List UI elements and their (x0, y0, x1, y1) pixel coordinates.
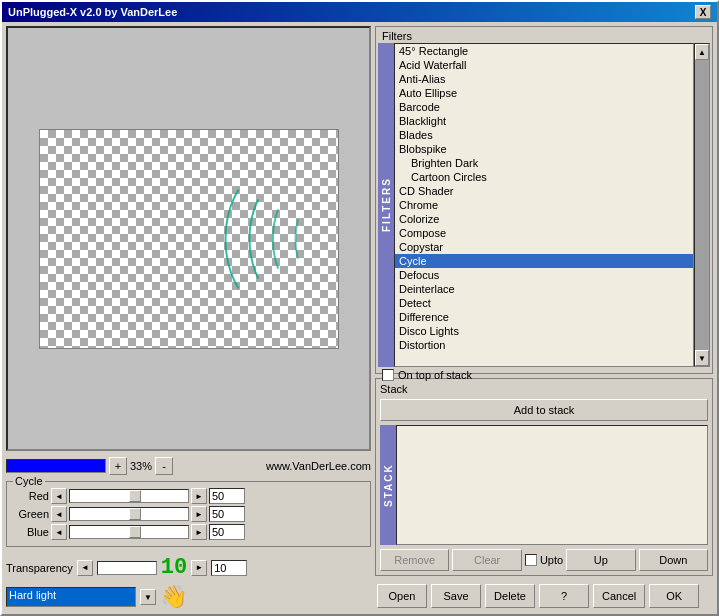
blend-row: Hard light ▼ 👋 (6, 584, 371, 610)
filter-item[interactable]: Brighten Dark (395, 156, 693, 170)
green-arrow-left[interactable]: ◄ (51, 506, 67, 522)
red-slider-row: Red ◄ ► 50 (11, 488, 366, 504)
filter-item[interactable]: Anti-Alias (395, 72, 693, 86)
zoom-minus-button[interactable]: - (155, 457, 173, 475)
cancel-button[interactable]: Cancel (593, 584, 645, 608)
blue-value[interactable]: 50 (209, 524, 245, 540)
blue-slider-track[interactable] (69, 525, 189, 539)
filter-item[interactable]: Blades (395, 128, 693, 142)
transparency-arrow-left[interactable]: ◄ (77, 560, 93, 576)
filter-item[interactable]: Barcode (395, 100, 693, 114)
hand-icon: 👋 (160, 584, 187, 610)
open-button[interactable]: Open (377, 584, 427, 608)
filters-section: Filters FILTERS 45° RectangleAcid Waterf… (375, 26, 713, 374)
filter-item[interactable]: Deinterlace (395, 282, 693, 296)
blue-label: Blue (11, 526, 49, 538)
left-panel: + 33% - www.VanDerLee.com Cycle Red ◄ ► … (6, 26, 371, 610)
red-value[interactable]: 50 (209, 488, 245, 504)
filter-item[interactable]: 45° Rectangle (395, 44, 693, 58)
transparency-big-value: 10 (161, 555, 187, 580)
transparency-arrow-right[interactable]: ► (191, 560, 207, 576)
green-value[interactable]: 50 (209, 506, 245, 522)
filter-item[interactable]: Defocus (395, 268, 693, 282)
stack-sidebar: STACK (380, 425, 396, 545)
blue-arrow-right[interactable]: ► (191, 524, 207, 540)
main-window: UnPlugged-X v2.0 by VanDerLee X (0, 0, 719, 616)
cycle-group: Cycle Red ◄ ► 50 Green ◄ (6, 481, 371, 547)
scroll-down-btn[interactable]: ▼ (695, 350, 709, 366)
close-button[interactable]: X (695, 5, 711, 19)
zoom-slider[interactable] (6, 459, 106, 473)
blue-slider-row: Blue ◄ ► 50 (11, 524, 366, 540)
filter-item[interactable]: Cycle (395, 254, 693, 268)
bottom-buttons: Open Save Delete ? Cancel OK (375, 580, 713, 610)
filter-item[interactable]: Compose (395, 226, 693, 240)
on-top-row: On top of stack (378, 367, 710, 383)
upto-checkbox[interactable] (525, 554, 537, 566)
filter-item[interactable]: Blacklight (395, 114, 693, 128)
filter-item[interactable]: Blobspike (395, 142, 693, 156)
green-slider-row: Green ◄ ► 50 (11, 506, 366, 522)
transparency-label: Transparency (6, 562, 73, 574)
title-bar: UnPlugged-X v2.0 by VanDerLee X (2, 2, 717, 22)
filter-item[interactable]: CD Shader (395, 184, 693, 198)
filter-item[interactable]: Disco Lights (395, 324, 693, 338)
filter-item[interactable]: Auto Ellipse (395, 86, 693, 100)
right-panel: Filters FILTERS 45° RectangleAcid Waterf… (375, 26, 713, 610)
zoom-percent: 33% (130, 460, 152, 472)
up-button[interactable]: Up (566, 549, 635, 571)
canvas-inner (39, 129, 339, 349)
red-label: Red (11, 490, 49, 502)
add-to-stack-button[interactable]: Add to stack (380, 399, 708, 421)
green-arrow-right[interactable]: ► (191, 506, 207, 522)
red-slider-track[interactable] (69, 489, 189, 503)
transparency-slider[interactable] (97, 561, 157, 575)
down-button[interactable]: Down (639, 549, 708, 571)
blue-arrow-left[interactable]: ◄ (51, 524, 67, 540)
filter-item[interactable]: Copystar (395, 240, 693, 254)
zoom-bar: + 33% - www.VanDerLee.com (6, 455, 371, 477)
filter-item[interactable]: Detect (395, 296, 693, 310)
transparency-value[interactable]: 10 (211, 560, 247, 576)
scroll-up-btn[interactable]: ▲ (695, 44, 709, 60)
clear-button[interactable]: Clear (452, 549, 521, 571)
filter-item[interactable]: Distortion (395, 338, 693, 352)
filter-item[interactable]: Colorize (395, 212, 693, 226)
zoom-plus-button[interactable]: + (109, 457, 127, 475)
upto-label: Upto (540, 554, 563, 566)
stack-label: Stack (380, 383, 708, 395)
red-arrow-left[interactable]: ◄ (51, 488, 67, 504)
blend-select[interactable]: Hard light (6, 587, 136, 607)
canvas-area (6, 26, 371, 451)
green-slider-track[interactable] (69, 507, 189, 521)
transparency-bar: Transparency ◄ 10 ► 10 (6, 553, 371, 582)
ok-button[interactable]: OK (649, 584, 699, 608)
filters-sidebar: FILTERS (378, 43, 394, 367)
stack-section: Stack Add to stack STACK Remove Clear Up… (375, 378, 713, 576)
filter-item[interactable]: Chrome (395, 198, 693, 212)
delete-button[interactable]: Delete (485, 584, 535, 608)
window-title: UnPlugged-X v2.0 by VanDerLee (8, 6, 177, 18)
filter-item[interactable]: Difference (395, 310, 693, 324)
green-label: Green (11, 508, 49, 520)
stack-list-container: STACK (380, 425, 708, 545)
cycle-group-label: Cycle (13, 475, 45, 487)
red-arrow-right[interactable]: ► (191, 488, 207, 504)
filter-item[interactable]: Acid Waterfall (395, 58, 693, 72)
save-button[interactable]: Save (431, 584, 481, 608)
remove-button[interactable]: Remove (380, 549, 449, 571)
on-top-label: On top of stack (398, 369, 472, 381)
stack-actions: Remove Clear Upto Up Down (380, 549, 708, 571)
upto-row: Upto (525, 549, 563, 571)
scroll-track[interactable] (695, 60, 709, 350)
on-top-checkbox[interactable] (382, 369, 394, 381)
filters-list-container: FILTERS 45° RectangleAcid WaterfallAnti-… (378, 43, 710, 367)
blend-dropdown-btn[interactable]: ▼ (140, 589, 156, 605)
question-button[interactable]: ? (539, 584, 589, 608)
stack-list[interactable] (396, 425, 708, 545)
filters-scrollbar[interactable]: ▲ ▼ (694, 43, 710, 367)
filter-item[interactable]: Cartoon Circles (395, 170, 693, 184)
filters-label: Filters (378, 29, 710, 43)
main-content: + 33% - www.VanDerLee.com Cycle Red ◄ ► … (2, 22, 717, 614)
filters-list[interactable]: 45° RectangleAcid WaterfallAnti-AliasAut… (394, 43, 694, 367)
